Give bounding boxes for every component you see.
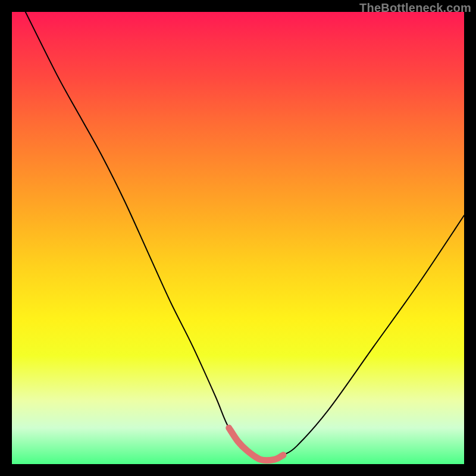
chart-container: TheBottleneck.com xyxy=(0,0,476,476)
chart-svg xyxy=(12,12,464,464)
watermark-text: TheBottleneck.com xyxy=(359,1,471,15)
series-highlight xyxy=(229,428,283,461)
plot-area xyxy=(12,12,464,464)
series-curve xyxy=(26,12,464,461)
